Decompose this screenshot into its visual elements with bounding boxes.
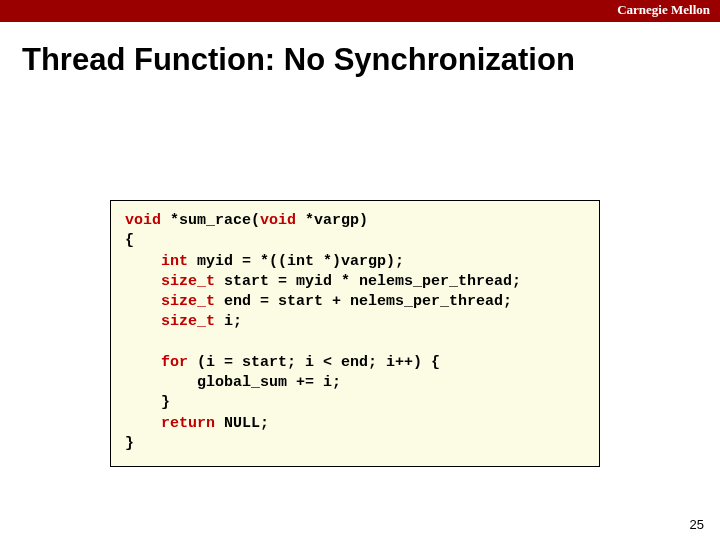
keyword-for: for	[161, 354, 188, 371]
code-indent	[125, 273, 161, 290]
keyword-void: void	[125, 212, 161, 229]
code-text: end = start + nelems_per_thread;	[215, 293, 512, 310]
code-text: global_sum += i;	[197, 374, 341, 391]
code-block: void *sum_race(void *vargp) { int myid =…	[110, 200, 600, 467]
code-indent	[125, 374, 197, 391]
code-text: }	[161, 394, 170, 411]
code-text: *vargp)	[296, 212, 368, 229]
code-text: (i = start; i < end; i++) {	[188, 354, 440, 371]
code-indent	[125, 293, 161, 310]
code-text: i;	[215, 313, 242, 330]
code-indent	[125, 354, 161, 371]
page-number: 25	[690, 517, 704, 532]
code-indent	[125, 415, 161, 432]
code-indent	[125, 394, 161, 411]
code-indent	[125, 313, 161, 330]
code-text: *sum_race(	[161, 212, 260, 229]
keyword-sizet: size_t	[161, 273, 215, 290]
brand-text: Carnegie Mellon	[617, 2, 710, 18]
code-text: {	[125, 232, 134, 249]
code-text: myid = *((int *)vargp);	[188, 253, 404, 270]
keyword-void: void	[260, 212, 296, 229]
code-text: }	[125, 435, 134, 452]
slide-title: Thread Function: No Synchronization	[22, 42, 575, 78]
slide: Carnegie Mellon Thread Function: No Sync…	[0, 0, 720, 540]
keyword-sizet: size_t	[161, 313, 215, 330]
code-text: start = myid * nelems_per_thread;	[215, 273, 521, 290]
keyword-int: int	[161, 253, 188, 270]
keyword-return: return	[161, 415, 215, 432]
code-text: NULL;	[215, 415, 269, 432]
keyword-sizet: size_t	[161, 293, 215, 310]
code-indent	[125, 253, 161, 270]
header-bar: Carnegie Mellon	[0, 0, 720, 22]
